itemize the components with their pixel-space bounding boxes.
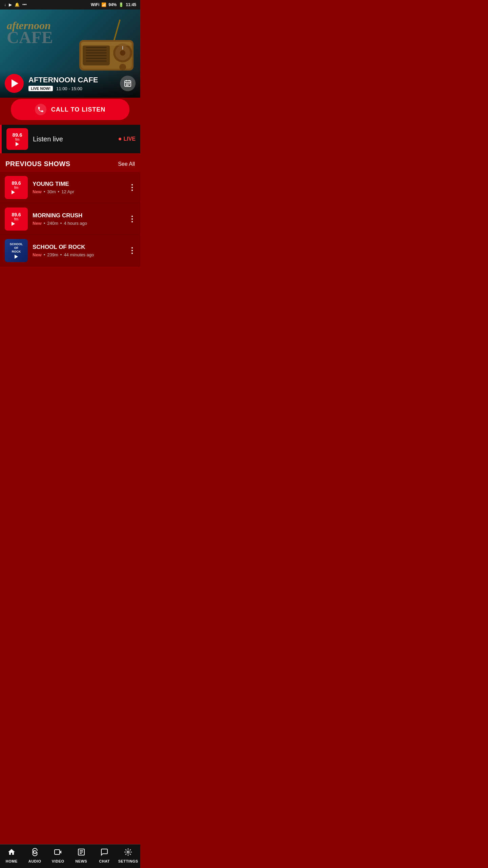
previous-shows-title: PREVIOUS SHOWS — [5, 160, 70, 168]
live-indicator: LIVE — [119, 136, 136, 142]
mc-logo-fm: fm — [12, 217, 21, 221]
svg-rect-20 — [126, 83, 127, 84]
show-title: AFTERNOON CAFE — [28, 76, 98, 84]
station-play-icon — [16, 142, 19, 146]
time-young-time: 12 Apr — [61, 189, 74, 194]
status-left-icons: ↓ ▶ 🔔 ••• — [4, 2, 27, 7]
see-all-button[interactable]: See All — [118, 161, 135, 167]
separator-4: • — [60, 221, 62, 226]
yt-logo-fm: fm — [12, 185, 21, 190]
listen-live-label: Listen live — [33, 135, 114, 143]
call-label: CALL TO LISTEN — [51, 106, 105, 113]
svg-point-14 — [119, 64, 126, 71]
new-tag-school-of-rock: New — [33, 252, 42, 257]
status-right-info: WiFi 📶 94% 🔋 11:45 — [91, 2, 136, 7]
main-content: afternoon CAFE — [0, 9, 140, 294]
wifi-icon: WiFi — [91, 2, 99, 7]
show-details-school-of-rock: SCHOOL OF ROCK New • 239m • 44 minutes a… — [33, 244, 124, 257]
show-name-school-of-rock: SCHOOL OF ROCK — [33, 244, 124, 251]
hero-show-info: AFTERNOON CAFE LIVE NOW! 11:00 - 15:00 — [5, 74, 98, 93]
show-meta: LIVE NOW! 11:00 - 15:00 — [28, 86, 98, 91]
battery-icon: 🔋 — [119, 2, 124, 7]
calendar-button[interactable] — [120, 76, 136, 91]
duration-young-time: 30m — [47, 189, 56, 194]
listen-live-row[interactable]: 89.6 fm Listen live LIVE — [0, 125, 140, 153]
svg-rect-21 — [127, 83, 128, 84]
more-icon: ••• — [22, 2, 27, 7]
call-to-listen-button[interactable]: CALL TO LISTEN — [11, 99, 129, 120]
show-name-young-time: YOUNG TIME — [33, 181, 124, 188]
show-submeta-morning-crush: New • 240m • 4 hours ago — [33, 221, 124, 226]
phone-icon — [35, 104, 46, 115]
mc-logo-num: 89.6 — [12, 212, 21, 217]
new-tag-morning-crush: New — [33, 221, 42, 226]
status-bar: ↓ ▶ 🔔 ••• WiFi 📶 94% 🔋 11:45 — [0, 0, 140, 9]
svg-rect-23 — [126, 85, 127, 86]
show-logo-text: afternoon CAFE — [7, 20, 53, 47]
show-title-block: AFTERNOON CAFE LIVE NOW! 11:00 - 15:00 — [28, 76, 98, 91]
cast-icon: ▶ — [9, 2, 12, 7]
separator-5: • — [44, 252, 45, 257]
svg-rect-22 — [129, 83, 130, 84]
duration-school-of-rock: 239m — [47, 252, 58, 257]
show-submeta-school-of-rock: New • 239m • 44 minutes ago — [33, 252, 124, 257]
svg-rect-24 — [127, 85, 128, 86]
live-now-badge: LIVE NOW! — [28, 86, 53, 91]
show-item-school-of-rock[interactable]: SCHOOLOFROCK SCHOOL OF ROCK New • 239m •… — [0, 235, 140, 267]
show-item-morning-crush[interactable]: 89.6 fm MORNING CRUSH New • 240m • 4 hou… — [0, 203, 140, 235]
more-button-young-time[interactable] — [129, 183, 136, 192]
download-icon: ↓ — [4, 2, 6, 7]
svg-point-12 — [120, 50, 125, 56]
new-tag-young-time: New — [33, 189, 42, 194]
live-dot — [119, 138, 121, 140]
show-details-morning-crush: MORNING CRUSH New • 240m • 4 hours ago — [33, 212, 124, 226]
hero-play-button[interactable] — [5, 74, 24, 93]
hero-section: afternoon CAFE — [0, 9, 140, 98]
show-submeta-young-time: New • 30m • 12 Apr — [33, 189, 124, 194]
hero-bottom-bar: AFTERNOON CAFE LIVE NOW! 11:00 - 15:00 — [5, 74, 136, 93]
signal-icon: 📶 — [101, 2, 106, 7]
show-details-young-time: YOUNG TIME New • 30m • 12 Apr — [33, 181, 124, 194]
station-number: 89.6 — [12, 132, 22, 137]
live-text: LIVE — [123, 136, 136, 142]
battery-percent: 94% — [108, 2, 117, 7]
yt-logo-num: 89.6 — [12, 181, 21, 185]
separator-2: • — [58, 189, 60, 194]
svg-rect-15 — [81, 42, 132, 46]
separator-6: • — [60, 252, 62, 257]
show-thumb-young-time: 89.6 fm — [5, 176, 28, 199]
separator-1: • — [44, 189, 45, 194]
previous-shows-header: PREVIOUS SHOWS See All — [0, 153, 140, 172]
show-thumb-school-of-rock: SCHOOLOFROCK — [5, 239, 28, 262]
notification-icon: 🔔 — [15, 2, 20, 7]
show-name-morning-crush: MORNING CRUSH — [33, 212, 124, 219]
more-button-morning-crush[interactable] — [129, 214, 136, 224]
time-display: 11:45 — [126, 2, 136, 7]
sor-play-icon — [15, 255, 18, 259]
show-item-young-time[interactable]: 89.6 fm YOUNG TIME New • 30m • 12 Apr — [0, 172, 140, 203]
separator-3: • — [44, 221, 45, 226]
duration-morning-crush: 240m — [47, 221, 58, 226]
more-button-school-of-rock[interactable] — [129, 246, 136, 255]
svg-line-0 — [113, 20, 120, 43]
yt-logo-play — [12, 190, 15, 194]
station-fm: fm — [15, 137, 19, 141]
mc-logo-play — [12, 222, 15, 226]
radio-illustration — [73, 16, 134, 71]
station-logo: 89.6 fm — [6, 128, 28, 150]
show-time: 11:00 - 15:00 — [56, 86, 82, 91]
time-school-of-rock: 44 minutes ago — [64, 252, 94, 257]
sor-logo-text: SCHOOLOFROCK — [10, 242, 23, 253]
show-thumb-morning-crush: 89.6 fm — [5, 208, 28, 231]
time-morning-crush: 4 hours ago — [64, 221, 87, 226]
